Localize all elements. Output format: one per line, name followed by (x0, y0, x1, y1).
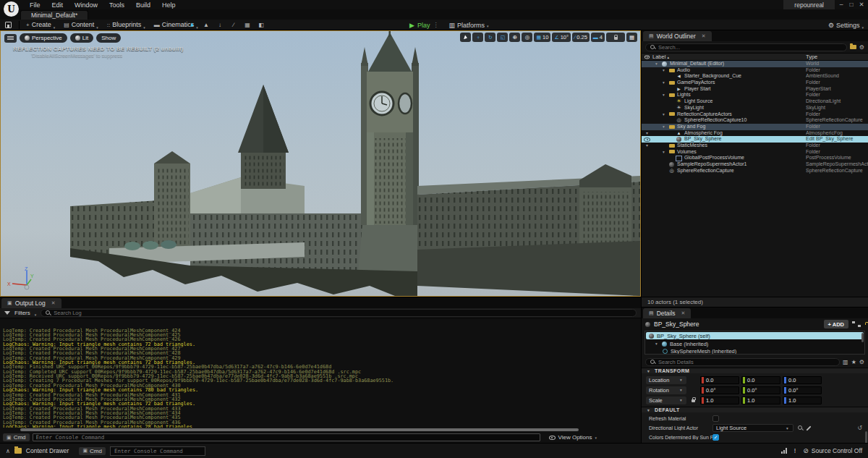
world-space-icon[interactable]: ⊕ (509, 33, 520, 42)
component-row-self[interactable]: BP_Sky_Sphere (self) (646, 332, 864, 339)
play-icon[interactable]: ▶ (409, 22, 414, 29)
scale-tool-icon[interactable]: ◱ (497, 33, 508, 42)
scrollbar-thumb[interactable] (861, 333, 864, 342)
outliner-column-header[interactable]: Label ▴ Type (642, 53, 868, 61)
outliner-row[interactable]: ▾ Sky and Fog Folder (642, 124, 868, 130)
level-tab[interactable]: Minimal_Default* (20, 10, 88, 20)
scrollbar-thumb[interactable] (20, 428, 579, 431)
details-settings-icon[interactable]: ⚙ (859, 359, 864, 365)
expand-arrow-icon[interactable]: ▾ (661, 80, 666, 86)
colors-sun-checkbox[interactable]: ✓ (712, 434, 719, 441)
menu-item[interactable]: Build (130, 1, 156, 9)
value-y-field[interactable]: 1.0 (741, 396, 780, 404)
tab-details[interactable]: ▤ Details ✕ (643, 308, 691, 318)
platforms-button[interactable]: ▥ Platforms ▾ (448, 22, 488, 29)
label-column-header[interactable]: Label ▴ (652, 54, 806, 60)
outliner-search[interactable] (645, 43, 847, 51)
value-y-field[interactable]: 0.0 (741, 376, 780, 384)
tab-output-log[interactable]: ▣ Output Log ✕ (1, 298, 61, 308)
perspective-button[interactable]: Perspective (20, 33, 67, 43)
maximize-viewport-icon[interactable]: ▦ (626, 33, 637, 42)
expand-arrow-icon[interactable]: ▾ (661, 124, 666, 130)
type-column-header[interactable]: Type (806, 54, 868, 60)
outliner-row[interactable]: ▾ Lights Folder (642, 92, 868, 98)
fracture-mode-icon[interactable]: ◧ (255, 21, 267, 30)
value-z-field[interactable]: 1.0 (783, 396, 822, 404)
filter-icon[interactable] (4, 311, 10, 315)
favorites-icon[interactable]: ★ (851, 359, 856, 365)
display-filter-icon[interactable]: ▥ (843, 359, 848, 365)
expand-arrow-icon[interactable]: ▾ (661, 149, 666, 156)
row-visibility-gutter[interactable]: ▾ (642, 143, 652, 149)
value-x-field[interactable]: 0.0 (700, 376, 739, 384)
outliner-settings-icon[interactable]: ⚙ (859, 44, 864, 51)
value-z-field[interactable]: 0.0 (783, 376, 822, 384)
statusbar-cmd-selector[interactable]: ▣ Cmd (79, 447, 106, 455)
outliner-search-input[interactable] (658, 44, 842, 51)
menu-item[interactable]: Window (69, 1, 103, 9)
minimize-button[interactable]: – (836, 0, 846, 9)
settings-button[interactable]: ⚙ Settings ▾ (828, 20, 864, 30)
browse-icon[interactable] (798, 425, 803, 431)
landscape-mode-icon[interactable]: ▲ (200, 21, 212, 30)
outliner-row[interactable]: Player Start PlayerStart (642, 86, 868, 93)
outliner-row[interactable]: SphereReflectionCapture10 SphereReflecti… (642, 117, 868, 124)
reset-to-default-icon[interactable]: ↺ (857, 425, 862, 431)
brush-mode-icon[interactable]: ∕ (228, 21, 239, 30)
transform-section-header[interactable]: ▾ TRANSFORM (642, 368, 868, 373)
toolbar-button[interactable]: :: Blueprints ▾ (103, 20, 150, 30)
directional-light-dropdown[interactable]: Light Source▾ (712, 424, 793, 432)
source-control-button[interactable]: ⊘ Source Control Off (803, 447, 862, 454)
outliner-row[interactable]: SkyLight SkyLight (642, 105, 868, 111)
level-viewport[interactable]: Perspective Lit Show REFLECTION CAPTURES… (0, 30, 641, 297)
expand-arrow-icon[interactable]: ▾ (661, 67, 666, 74)
foliage-mode-icon[interactable]: ↓ (214, 21, 226, 30)
expand-arrow-icon[interactable]: ▾ (654, 61, 659, 67)
console-command-input[interactable] (33, 433, 540, 441)
refresh-material-checkbox[interactable] (712, 415, 719, 422)
default-section-header[interactable]: ▾ DEFAULT (642, 407, 868, 412)
rotate-tool-icon[interactable]: ↻ (485, 33, 495, 42)
expand-drawer-icon[interactable]: ∧ (6, 448, 10, 454)
row-visibility-gutter[interactable] (642, 137, 652, 142)
expand-arrow-icon[interactable]: ▾ (654, 342, 659, 346)
value-y-field[interactable]: 0.0° (741, 386, 780, 394)
component-row-mesh[interactable]: SkySphereMesh (Inherited) (645, 348, 864, 355)
performance-icon[interactable] (781, 448, 787, 454)
create-folder-icon[interactable] (850, 45, 856, 49)
move-tool-icon[interactable]: ＋ (472, 33, 483, 42)
scale-snap-button[interactable]: ∕0.25 (572, 33, 590, 42)
viewport-menu-icon[interactable] (4, 34, 17, 43)
outliner-row[interactable]: ▾ Volumes Folder (642, 149, 868, 156)
component-row-base[interactable]: ▾ Base (Inherited) (645, 340, 864, 348)
rotation-snap-button[interactable]: ∠10° (552, 33, 571, 42)
details-search-input[interactable] (658, 359, 835, 365)
maximize-button[interactable]: □ (846, 0, 856, 9)
outliner-row[interactable]: ▾ Minimal_Default (Editor) World (642, 61, 868, 67)
play-options-icon[interactable]: ⋮ (433, 22, 438, 28)
lit-button[interactable]: Lit (70, 33, 93, 43)
log-hscrollbar[interactable] (0, 428, 641, 433)
blueprint-graph-icon[interactable] (852, 321, 861, 328)
viewport-lock-button[interactable] (606, 33, 625, 42)
surface-snap-icon[interactable]: ◎ (522, 33, 532, 42)
outliner-row[interactable]: Starter_Background_Cue AmbientSound (642, 73, 868, 80)
edit-pencil-icon[interactable] (806, 425, 811, 431)
close-icon[interactable]: ✕ (702, 33, 706, 39)
outliner-row[interactable]: BP_Sky_Sphere Edit BP_Sky_Sphere (642, 136, 868, 143)
outliner-row[interactable]: ▾ Atmospheric Fog AtmosphericFog (642, 130, 868, 137)
transform-type-dropdown[interactable]: Location▾ (646, 376, 686, 384)
toolbar-button[interactable]: ▤ Content ▾ (59, 20, 103, 30)
menu-item[interactable]: File (24, 1, 46, 9)
add-component-button[interactable]: + ADD (824, 320, 848, 328)
menu-item[interactable]: Help (156, 1, 182, 9)
menu-item[interactable]: Tools (103, 1, 130, 9)
camera-speed-button[interactable]: ▬4 (591, 33, 605, 42)
outliner-row[interactable]: SampleRepoSupermeshActor1 SampleRepoSupe… (642, 161, 868, 168)
toolbar-button[interactable]: + Create ▾ (22, 20, 59, 30)
details-scrollbar-thumb[interactable] (865, 431, 867, 443)
tab-world-outliner[interactable]: ▤ World Outliner ✕ (643, 31, 712, 41)
close-icon[interactable]: ✕ (681, 310, 686, 316)
outliner-row[interactable]: ▾ StaticMeshes Folder (642, 143, 868, 149)
menu-item[interactable]: Edit (46, 1, 69, 9)
